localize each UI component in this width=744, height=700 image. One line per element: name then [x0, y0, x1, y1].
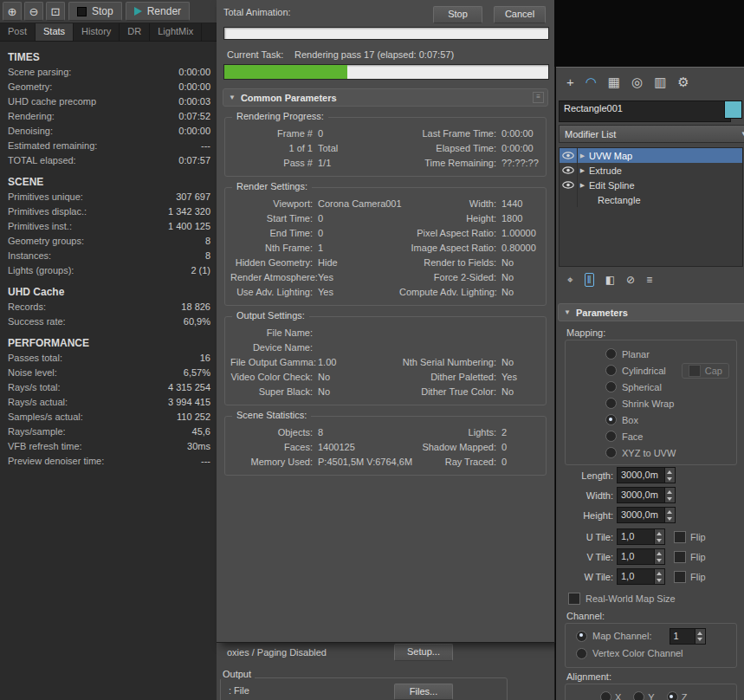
radio-icon[interactable] — [633, 691, 644, 700]
spinner-down-icon[interactable] — [665, 496, 675, 503]
flip-checkbox-icon[interactable] — [674, 531, 686, 543]
mapping-option[interactable]: Shrink Wrap — [566, 395, 736, 412]
flip-option[interactable]: Flip — [674, 571, 706, 583]
alignment-option[interactable]: Y — [633, 691, 654, 700]
tab-motion[interactable]: ◎ — [631, 75, 643, 90]
zoom-out-button[interactable]: ⊖ — [24, 2, 43, 21]
stop-render-button[interactable]: Stop — [68, 2, 122, 21]
spinner-arrows[interactable] — [654, 549, 664, 564]
spinner-down-icon[interactable] — [655, 557, 664, 565]
remove-modifier-button[interactable]: ⊘ — [626, 274, 635, 286]
map-channel-spinner[interactable]: 1 — [670, 628, 706, 645]
expand-arrow-icon[interactable]: ▶ — [578, 152, 587, 159]
dimension-spinner[interactable]: 3000,0m — [617, 487, 676, 503]
dimension-spinner[interactable]: 3000,0m — [617, 507, 676, 523]
spinner-up-icon[interactable] — [695, 629, 705, 637]
vfb-tab-post[interactable]: Post — [0, 23, 36, 41]
spinner-up-icon[interactable] — [655, 549, 664, 557]
radio-icon[interactable] — [605, 414, 617, 425]
modifier-list-dropdown[interactable]: Modifier List ▼ — [559, 125, 744, 143]
tile-spinner[interactable]: 1,0 — [617, 568, 665, 585]
spinner-down-icon[interactable] — [665, 515, 675, 523]
map-channel-radio-icon[interactable] — [576, 631, 587, 642]
radio-icon[interactable] — [605, 348, 617, 360]
vfb-tab-lightmix[interactable]: LightMix — [150, 23, 202, 41]
radio-icon[interactable] — [605, 381, 617, 392]
vfb-tab-dr[interactable]: DR — [120, 23, 150, 41]
spinner-up-icon[interactable] — [665, 488, 675, 496]
setup-button[interactable]: Setup... — [394, 644, 453, 661]
cap-option[interactable]: Cap — [682, 363, 729, 379]
radio-icon[interactable] — [605, 365, 617, 376]
spinner-up-icon[interactable] — [665, 508, 675, 515]
object-name-field[interactable]: Rectangle001 — [559, 100, 731, 122]
flip-option[interactable]: Flip — [674, 531, 706, 543]
tile-spinner[interactable]: 1,0 — [617, 548, 665, 565]
spinner-arrows[interactable] — [654, 529, 664, 544]
pin-stack-button[interactable]: ⌖ — [567, 274, 573, 286]
flip-checkbox-icon[interactable] — [674, 551, 686, 563]
zoom-in-button[interactable]: ⊕ — [3, 2, 22, 21]
tile-spinner[interactable]: 1,0 — [617, 528, 665, 545]
spinner-arrows[interactable] — [695, 629, 705, 644]
mapping-option[interactable]: XYZ to UVW — [566, 444, 736, 461]
spinner-arrows[interactable] — [664, 468, 675, 483]
alignment-option[interactable]: X — [600, 691, 621, 700]
visibility-eye-icon[interactable] — [560, 178, 578, 192]
alignment-option[interactable]: Z — [667, 691, 688, 700]
spinner-down-icon[interactable] — [695, 636, 705, 644]
tab-modify[interactable]: ◠ — [585, 75, 597, 90]
radio-icon[interactable] — [605, 431, 617, 442]
files-button[interactable]: Files... — [394, 684, 453, 700]
parameters-rollout-header[interactable]: ▼ Parameters — [558, 303, 744, 321]
show-end-result-button[interactable]: ‖ — [585, 273, 594, 287]
vertex-color-radio-icon[interactable] — [576, 648, 587, 659]
vfb-tab-stats[interactable]: Stats — [36, 23, 74, 41]
cap-checkbox-icon[interactable] — [689, 365, 701, 377]
flip-option[interactable]: Flip — [674, 551, 706, 563]
object-color-swatch[interactable] — [724, 100, 742, 119]
radio-icon[interactable] — [667, 691, 678, 700]
modifier-stack-item[interactable]: ▶Edit Spline — [560, 178, 742, 192]
tab-hierarchy[interactable]: ▦ — [608, 75, 620, 90]
tab-create[interactable]: + — [566, 75, 574, 89]
mapping-option[interactable]: Face — [566, 428, 736, 444]
expand-arrow-icon[interactable]: ▶ — [578, 167, 587, 174]
vertex-color-option[interactable]: Vertex Color Channel — [566, 645, 736, 662]
radio-icon[interactable] — [605, 398, 617, 409]
common-parameters-header[interactable]: ▼ Common Parameters ≡ — [223, 88, 548, 107]
modifier-stack-item[interactable]: Rectangle — [560, 192, 742, 207]
zoom-region-button[interactable]: ⊡ — [46, 2, 65, 21]
configure-modifier-sets-button[interactable]: ≡ — [646, 274, 652, 286]
spinner-up-icon[interactable] — [665, 468, 675, 476]
flip-checkbox-icon[interactable] — [674, 571, 686, 583]
mapping-option[interactable]: Box — [566, 412, 736, 428]
radio-icon[interactable] — [605, 447, 617, 458]
tab-display[interactable]: ▥ — [654, 75, 666, 90]
spinner-arrows[interactable] — [654, 569, 664, 584]
modifier-stack-item[interactable]: ▶Extrude — [560, 163, 742, 178]
mapping-option[interactable]: CylindricalCap — [566, 362, 736, 379]
spinner-down-icon[interactable] — [655, 577, 664, 585]
expand-arrow-icon[interactable]: ▶ — [578, 182, 587, 189]
visibility-eye-icon[interactable] — [560, 148, 578, 163]
mapping-option[interactable]: Spherical — [566, 379, 736, 395]
dialog-stop-button[interactable]: Stop — [433, 6, 482, 23]
spinner-down-icon[interactable] — [665, 476, 675, 483]
vfb-tab-history[interactable]: History — [74, 23, 120, 41]
radio-icon[interactable] — [600, 691, 611, 700]
mapping-option[interactable]: Planar — [566, 346, 736, 362]
map-channel-option[interactable]: Map Channel: 1 — [566, 627, 736, 645]
dialog-cancel-button[interactable]: Cancel — [494, 6, 546, 23]
render-button[interactable]: Render — [126, 2, 190, 21]
spinner-up-icon[interactable] — [655, 529, 664, 537]
spinner-arrows[interactable] — [664, 488, 675, 502]
real-world-map-size-option[interactable]: Real-World Map Size — [556, 590, 744, 607]
spinner-up-icon[interactable] — [655, 569, 664, 577]
spinner-arrows[interactable] — [664, 508, 675, 522]
rollout-grip-icon[interactable]: ≡ — [533, 92, 544, 103]
spinner-down-icon[interactable] — [655, 537, 664, 545]
tab-utilities[interactable]: ⚙ — [677, 75, 689, 90]
modifier-stack-item[interactable]: ▶UVW Map — [560, 148, 742, 163]
dimension-spinner[interactable]: 3000,0m — [617, 467, 676, 483]
